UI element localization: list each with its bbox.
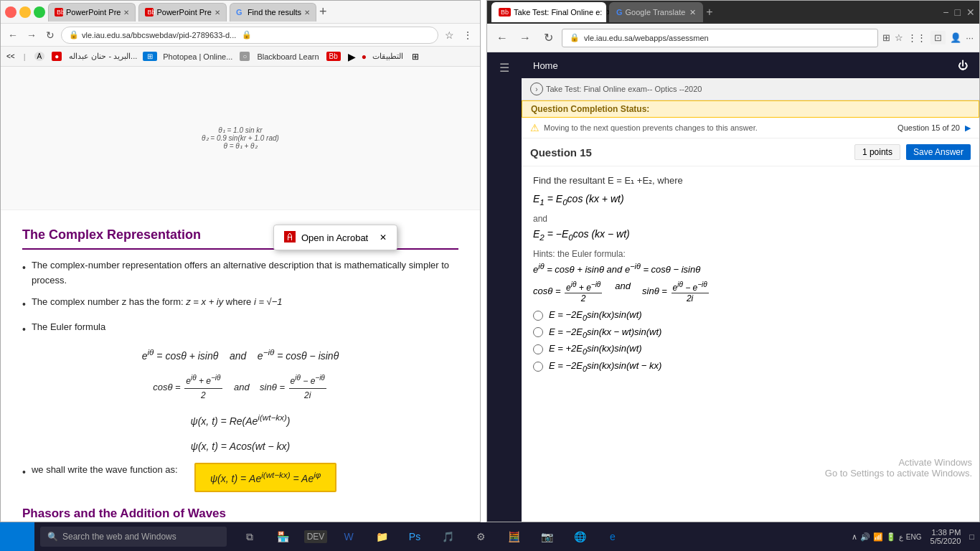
bookmark-star[interactable]: ☆ [441,27,457,43]
right-tab-translate[interactable]: G Google Translate ✕ [609,2,703,22]
bookmark-photopea[interactable]: Photopea | Online... [163,52,232,61]
taskbar-app-word[interactable]: W [334,522,363,551]
clock-time: 1:38 PM [930,528,961,537]
sidebar-menu-icon[interactable]: ☰ [496,58,512,77]
open-acrobat-popup[interactable]: 🅰 Open in Acrobat ✕ [273,225,397,250]
breadcrumb-text: Take Test: Final Online exam-- Optics --… [546,85,702,93]
sin-fraction: eiθ − e−iθ 2i [289,372,326,402]
taskbar: 🔍 Search the web and Windows ⧉ 🏪 DEV W 📁… [0,522,980,551]
right-tab-test[interactable]: Bb Take Test: Final Online e: ✕ [491,2,606,22]
tray-icon-3[interactable]: 🔋 [886,532,896,542]
nav-arrow-icon[interactable]: ▶ [965,123,971,132]
right-bookmark-star[interactable]: ⊞ [882,32,890,43]
new-tab-button[interactable]: + [319,4,327,19]
bookmark-acrobat[interactable]: A [34,52,45,61]
power-button[interactable]: ⏻ [958,60,968,71]
minimize-button[interactable] [19,6,31,18]
left-browser-toolbar: ← → ↻ 🔒 vle.iau.edu.sa/bbcswebdav/pid-27… [1,24,480,47]
right-close-btn[interactable]: ✕ [966,6,975,18]
maximize-button[interactable] [34,6,45,18]
warning-message: Moving to the next question prevents cha… [544,123,758,132]
close-button[interactable] [5,6,17,18]
diagram-area: θ₁ = 1.0 sin kr θ₂ = 0.9 sin(kr + 1.0 ra… [1,67,480,210]
address-bar[interactable]: 🔒 vle.iau.edu.sa/bbcswebdav/pid-2789633-… [61,27,438,44]
tray-icon-1[interactable]: 🔊 [860,532,870,542]
menu-button[interactable]: ⋮ [460,27,476,43]
left-titlebar: Bb PowerPoint Pre ✕ Bb PowerPoint Pre ✕ … [1,1,480,24]
right-address-text: vle.iau.edu.sa/webapps/assessmen [584,34,709,42]
taskbar-app-settings[interactable]: ⚙ [466,522,495,551]
start-button[interactable] [0,522,34,551]
taskbar-clock[interactable]: 1:38 PM 5/5/2020 [925,528,967,545]
bookmark-bb[interactable]: Bb [326,52,341,61]
tray-icon-2[interactable]: 📶 [873,532,883,542]
reload-button[interactable]: ↻ [42,27,58,43]
q-instruction: Find the resultant E = E₁ +E₂, where [533,175,968,186]
option-4[interactable]: E = −2E0sin(kx)sin(wt − kx) [533,360,968,373]
right-menu-icon[interactable]: ⋮⋮ [908,32,926,43]
cos-fraction: eiθ + e−iθ 2 [184,372,222,402]
taskbar-app-store[interactable]: 🏪 [268,522,297,551]
right-more-btn[interactable]: ··· [966,32,974,43]
taskbar-app-photoshop[interactable]: Ps [400,522,429,551]
settings-icon: ⚙ [476,531,486,542]
right-address-bar[interactable]: 🔒 vle.iau.edu.sa/webapps/assessmen [562,29,878,47]
taskbar-app-taskview[interactable]: ⧉ [235,522,264,551]
back-button[interactable]: ← [5,27,21,43]
bookmark-mail[interactable]: البريد - حنان عبداله... [69,52,137,61]
pdf-content: The Complex Representation • The complex… [1,210,480,522]
question-counter-text: Question 15 of 20 [897,123,960,132]
taskview-icon: ⧉ [246,531,253,543]
save-answer-button[interactable]: Save Answer [906,144,971,160]
taskbar-app-music[interactable]: 🎵 [433,522,462,551]
option-3[interactable]: E = +2E0sin(kx)sin(wt) [533,343,968,356]
tab-find-results[interactable]: G Find the results ✕ [230,3,316,22]
right-back-btn[interactable]: ← [493,29,512,47]
tab-powerpoint-1[interactable]: Bb PowerPoint Pre ✕ [48,3,136,22]
tab-close-icon[interactable]: ✕ [123,9,129,17]
right-minimize-btn[interactable]: − [943,6,948,18]
forward-button[interactable]: → [24,27,39,43]
bookmark-youtube[interactable]: ▶ [348,51,356,62]
taskbar-app-files[interactable]: 📁 [367,522,396,551]
bookmark-icon[interactable]: ● [52,52,62,61]
taskbar-app-calculator[interactable]: 🧮 [499,522,528,551]
right-profile-icon[interactable]: 👤 [950,32,961,43]
right-restore-btn[interactable]: □ [955,6,961,18]
tray-show-hidden[interactable]: ∧ [852,532,857,542]
cos-sin-formula-left: cosθ = eiθ + e−iθ 2 and sinθ = eiθ − e−i… [22,372,458,402]
bookmark-windows[interactable]: ⊞ [143,52,157,61]
tab-close-icon-2[interactable]: ✕ [215,9,220,17]
right-tools-btn[interactable]: ⊡ [930,31,946,44]
bookmark-blackboard[interactable]: Blackboard Learn [257,52,319,61]
breadcrumb-bar: › Take Test: Final Online exam-- Optics … [522,78,979,100]
option-1[interactable]: E = −2E0sin(kx)sin(wt) [533,309,968,322]
close-popup-button[interactable]: ✕ [380,232,387,242]
right-forward-btn[interactable]: → [516,29,534,47]
bookmarks-toggle[interactable]: << [6,52,15,60]
tab-close-icon-3[interactable]: ✕ [304,9,310,17]
right-reload-btn[interactable]: ↻ [539,29,557,47]
q-sin-frac: eiθ − e−iθ 2i [672,281,709,303]
action-center-icon[interactable]: □ [969,532,974,541]
bookmark-extra[interactable]: ● [362,52,367,62]
right-star[interactable]: ☆ [895,32,903,43]
q-cos-frac: eiθ + e−iθ 2 [565,281,602,303]
taskbar-app-chrome[interactable]: 🌐 [565,522,594,551]
svg-rect-3 [11,530,17,536]
taskbar-app-edge[interactable]: e [598,522,627,551]
radio-2-circle [533,327,543,337]
taskbar-search-box[interactable]: 🔍 Search the web and Windows [40,527,227,547]
taskbar-apps: ⧉ 🏪 DEV W 📁 Ps 🎵 ⚙ 🧮 📷 🌐 [235,522,627,551]
bookmark-grid[interactable]: ⊞ [412,52,419,62]
activate-title: Activate Windows [825,457,972,468]
taskbar-app-zoom[interactable]: 📷 [532,522,561,551]
tab-powerpoint-2[interactable]: Bb PowerPoint Pre ✕ [138,3,226,22]
bookmark-apps[interactable]: التطبيقات [372,52,403,61]
right-new-tab-button[interactable]: + [706,6,712,19]
option-2[interactable]: E = −2E0sin(kx − wt)sin(wt) [533,326,968,339]
highlighted-formula: ψ(x, t) = Aei(wt−kx) = Aeiφ [194,463,337,492]
right-tab-translate-close[interactable]: ✕ [689,8,696,17]
taskbar-app-dev[interactable]: DEV [301,522,330,551]
windows-logo-icon [10,529,24,544]
